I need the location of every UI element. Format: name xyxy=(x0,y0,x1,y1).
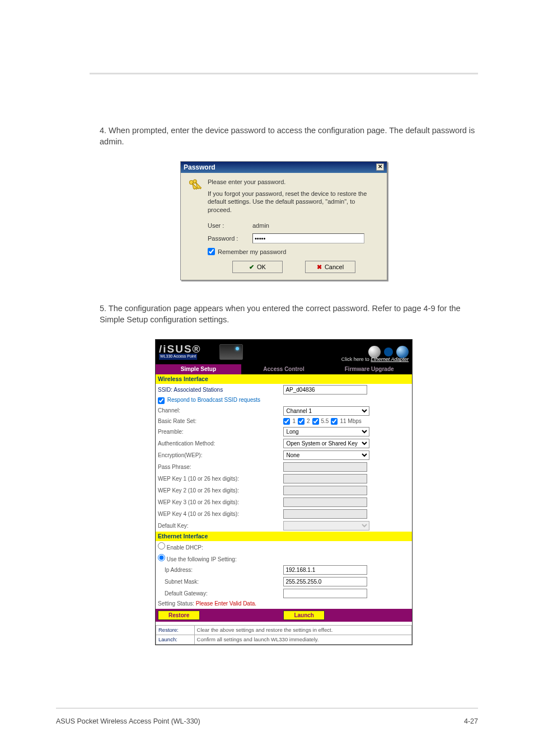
default-gateway-label: Default Gateway: xyxy=(156,588,281,599)
setting-status-label: Setting Status: xyxy=(158,600,194,607)
user-value: admin xyxy=(252,222,269,229)
passphrase-label: Pass Phrase: xyxy=(156,461,281,473)
ip-address-input[interactable] xyxy=(283,565,367,575)
tab-simple-setup[interactable]: Simple Setup xyxy=(156,364,241,375)
page-footer: ASUS Pocket Wireless Access Point (WL-33… xyxy=(56,717,478,725)
wireless-interface-header: Wireless Interface xyxy=(156,374,412,384)
ok-label: OK xyxy=(257,264,266,270)
config-tabs: Simple Setup Access Control Firmware Upg… xyxy=(156,364,412,375)
password-dialog: Password ✕ Please enter your password. I… xyxy=(180,161,387,281)
footer-page-num: 4-27 xyxy=(464,717,478,725)
device-illustration xyxy=(219,344,243,360)
password-help-text: If you forgot your password, reset the d… xyxy=(208,190,380,215)
wep4-label: WEP Key 4 (10 or 26 hex digits): xyxy=(156,508,281,520)
auth-label: Authentication Method: xyxy=(156,438,281,449)
footer-doc-title: ASUS Pocket Wireless Access Point (WL-33… xyxy=(56,717,200,725)
static-ip-label: Use the following IP Setting: xyxy=(167,556,237,562)
ethernet-adapter-link-row: Click here to Ethernet Adapter xyxy=(341,356,409,363)
launch-button[interactable]: Launch xyxy=(283,611,325,620)
rate-1-checkbox[interactable] xyxy=(283,418,290,425)
asus-logo: /iSUS® WL330 Access Point xyxy=(159,344,215,360)
checkmark-icon: ✔ xyxy=(249,264,254,271)
respond-broadcast-checkbox[interactable] xyxy=(158,397,165,404)
static-ip-radio[interactable] xyxy=(158,554,165,561)
tab-access-control[interactable]: Access Control xyxy=(241,364,327,375)
auth-select[interactable]: Open System or Shared Key xyxy=(283,439,369,448)
keys-icon xyxy=(188,179,203,194)
wep4-input xyxy=(283,509,367,519)
tab-firmware-upgrade[interactable]: Firmware Upgrade xyxy=(326,364,412,375)
password-prompt-msg: Please enter your password. xyxy=(208,179,380,185)
rate-checkbox-group: 1 2 5.5 11 Mbps xyxy=(283,418,410,425)
launch-desc-key: Launch: xyxy=(156,635,195,644)
launch-desc-val: Confirm all settings and launch WL330 im… xyxy=(194,635,411,644)
encryption-label: Encryption(WEP): xyxy=(156,449,281,461)
enable-dhcp-radio[interactable] xyxy=(158,542,165,550)
restore-desc-key: Restore: xyxy=(156,625,195,635)
connection-status-icon xyxy=(368,346,381,358)
cross-icon: ✖ xyxy=(317,264,322,271)
wep1-input xyxy=(283,474,367,483)
ssid-label[interactable]: SSID: Associated Stations xyxy=(156,384,281,396)
ethernet-adapter-link[interactable]: Ethernet Adapter xyxy=(371,356,409,362)
dialog-titlebar: Password ✕ xyxy=(181,162,387,173)
user-label: User : xyxy=(208,222,252,229)
close-icon[interactable]: ✕ xyxy=(376,163,384,171)
config-page-panel: /iSUS® WL330 Access Point Click here to … xyxy=(155,339,413,645)
password-label: Password : xyxy=(208,235,252,242)
step-5-text: 5. The configuration page appears when y… xyxy=(90,303,478,326)
cancel-label: Cancel xyxy=(325,264,344,270)
ethernet-interface-header: Ethernet Interface xyxy=(156,532,412,541)
rate-11-checkbox[interactable] xyxy=(331,418,338,425)
dialog-title-text: Password xyxy=(184,163,216,171)
wep3-input xyxy=(283,497,367,507)
subnet-mask-input[interactable] xyxy=(283,577,367,586)
default-key-select xyxy=(283,521,369,530)
passphrase-input xyxy=(283,462,367,472)
rate-11-label: 11 Mbps xyxy=(340,418,361,425)
wep1-label: WEP Key 1 (10 or 26 hex digits): xyxy=(156,473,281,485)
default-gateway-input[interactable] xyxy=(283,589,367,598)
rate-5p5-label: 5.5 xyxy=(321,418,329,425)
step-4-text: 4. When prompted, enter the device passw… xyxy=(90,125,478,148)
wep2-label: WEP Key 2 (10 or 26 hex digits): xyxy=(156,485,281,496)
globe-icon xyxy=(396,346,409,358)
remember-password-checkbox[interactable] xyxy=(208,248,215,255)
encryption-select[interactable]: None xyxy=(283,450,369,460)
setting-status-value: Please Enter Valid Data. xyxy=(196,600,256,607)
respond-broadcast-label: Respond to Broadcast SSID requests xyxy=(167,397,260,403)
restore-desc-val: Clear the above settings and restore the… xyxy=(194,625,411,635)
channel-label: Channel: xyxy=(156,405,281,417)
mode-indicator-icon xyxy=(384,348,393,356)
preamble-label: Preamble: xyxy=(156,426,281,438)
rate-label: Basic Rate Set: xyxy=(156,417,281,426)
default-key-label: Default Key: xyxy=(156,520,281,532)
config-header: /iSUS® WL330 Access Point Click here to … xyxy=(156,340,412,364)
product-subtitle: WL330 Access Point xyxy=(159,354,197,360)
action-descriptions: Restore: Clear the above settings and re… xyxy=(156,625,412,645)
wep3-label: WEP Key 3 (10 or 26 hex digits): xyxy=(156,496,281,508)
ok-button[interactable]: ✔ OK xyxy=(232,261,283,273)
remember-password-label: Remember my password xyxy=(218,248,286,255)
subnet-mask-label: Subnet Mask: xyxy=(156,576,281,588)
wep2-input xyxy=(283,486,367,495)
rate-5p5-checkbox[interactable] xyxy=(312,418,319,425)
eth-link-prefix: Click here to xyxy=(341,356,371,362)
rate-2-checkbox[interactable] xyxy=(298,418,305,425)
ip-address-label: Ip Address: xyxy=(156,564,281,576)
rate-1-label: 1 xyxy=(292,418,296,425)
password-input[interactable] xyxy=(252,233,364,243)
restore-button[interactable]: Restore xyxy=(158,611,200,620)
ssid-input[interactable] xyxy=(283,385,367,395)
rate-2-label: 2 xyxy=(307,418,310,425)
cancel-button[interactable]: ✖ Cancel xyxy=(305,261,355,273)
preamble-select[interactable]: Long xyxy=(283,427,369,436)
channel-select[interactable]: Channel 1 xyxy=(283,406,369,416)
enable-dhcp-label: Enable DHCP: xyxy=(167,544,203,551)
